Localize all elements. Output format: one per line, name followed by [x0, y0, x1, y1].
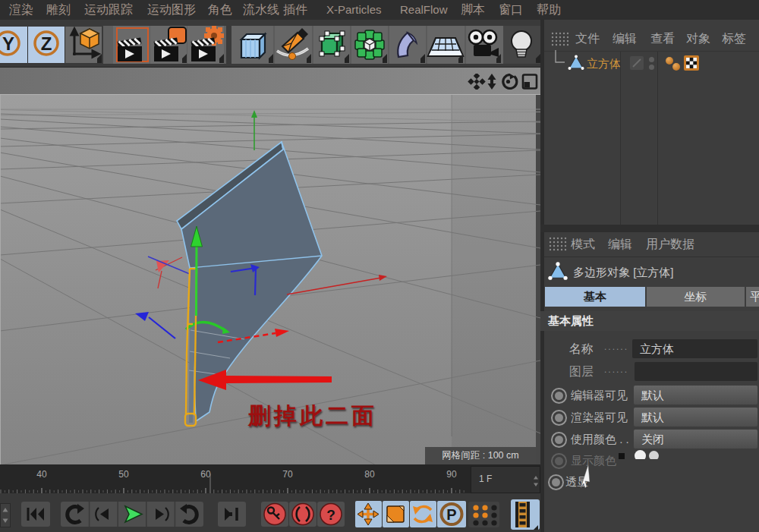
svg-text:Z: Z [41, 33, 52, 54]
svg-text:?: ? [326, 507, 335, 523]
svg-text:P: P [446, 506, 456, 523]
svg-text:40: 40 [36, 469, 47, 480]
svg-text:50: 50 [118, 469, 129, 480]
svg-text:70: 70 [282, 469, 293, 480]
svg-text:80: 80 [364, 469, 375, 480]
svg-text:Y: Y [2, 33, 14, 54]
svg-text:90: 90 [446, 469, 457, 480]
svg-text:60: 60 [200, 469, 211, 480]
